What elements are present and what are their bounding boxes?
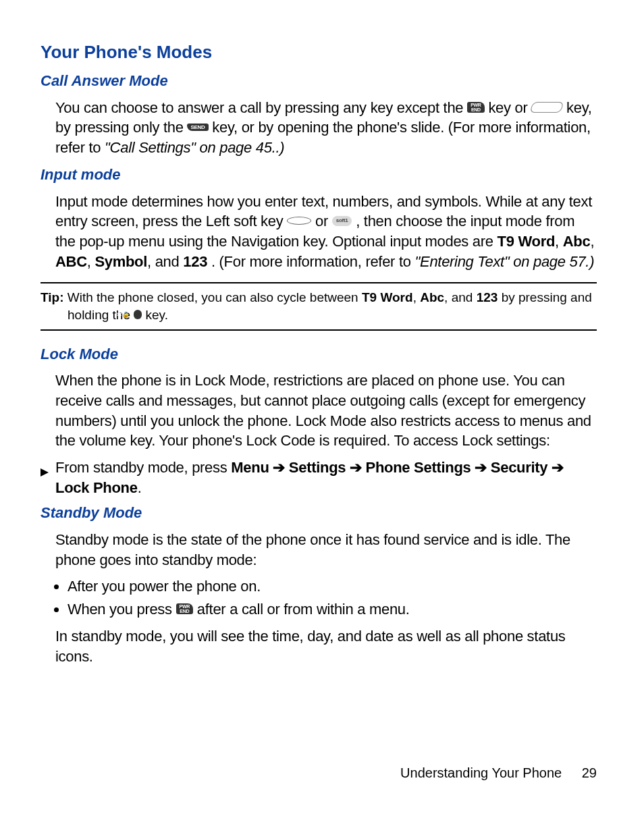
arrow-icon: ➔	[552, 459, 564, 476]
text: after a call or from within a menu.	[197, 601, 410, 618]
mode-t9: T9 Word	[498, 233, 556, 250]
arrow-icon: ➔	[273, 459, 285, 476]
text: ,	[87, 253, 95, 270]
arrow-icon: ➔	[350, 459, 362, 476]
arrow-icon: ➔	[475, 459, 487, 476]
reference-link: "Entering Text"	[415, 253, 510, 270]
tip-box: Tip: With the phone closed, you can also…	[41, 282, 597, 330]
text: key.	[146, 308, 168, 322]
text: .	[138, 479, 142, 496]
para-standby-outro: In standby mode, you will see the time, …	[41, 626, 597, 666]
mode-123: 123	[183, 253, 207, 270]
text: ,	[555, 233, 563, 250]
mode-123: 123	[477, 290, 498, 304]
text: on page 57.)	[513, 253, 594, 270]
menu-label: Menu	[231, 459, 269, 476]
mode-t9: T9 Word	[362, 290, 413, 304]
reference-link: "Call Settings"	[105, 139, 196, 156]
page-footer: Understanding Your Phone 29	[400, 764, 597, 782]
phone-settings-label: Phone Settings	[366, 459, 471, 476]
end-key-icon: PWREND	[176, 603, 193, 614]
mode-abc-upper: ABC	[55, 253, 87, 270]
page-number: 29	[582, 765, 597, 780]
soft1-key-icon: soft1	[332, 216, 352, 226]
list-item: After you power the phone on.	[68, 576, 597, 597]
tip-label: Tip:	[41, 290, 63, 304]
section-heading: Your Phone's Modes	[41, 40, 597, 64]
para-call-answer: You can choose to answer a call by press…	[41, 98, 597, 158]
end-key-icon: PWREND	[467, 102, 484, 113]
mode-abc: Abc	[420, 290, 444, 304]
text: You can choose to answer a call by press…	[55, 99, 467, 116]
text: . (For more information, refer to	[211, 253, 415, 270]
send-key-icon: SEND	[187, 124, 208, 132]
text: , and	[147, 253, 183, 270]
mode-abc-mixed: Abc	[563, 233, 591, 250]
clear-key-icon	[530, 102, 564, 113]
text: ,	[413, 290, 421, 304]
triangle-bullet-icon	[41, 462, 49, 482]
settings-label: Settings	[289, 459, 346, 476]
subhead-standby-mode: Standby Mode	[41, 503, 597, 523]
text: ,	[590, 233, 594, 250]
text: key or	[488, 99, 531, 116]
text: , and	[444, 290, 477, 304]
lock-phone-label: Lock Phone	[55, 479, 138, 496]
subhead-lock-mode: Lock Mode	[41, 344, 597, 364]
text: When you press	[68, 601, 176, 618]
text: From standby mode, press	[55, 459, 231, 476]
text: With the phone closed, you can also cycl…	[68, 290, 362, 304]
para-lock-mode: When the phone is in Lock Mode, restrict…	[41, 371, 597, 451]
left-soft-key-icon	[287, 217, 311, 225]
subhead-call-answer: Call Answer Mode	[41, 71, 597, 91]
security-label: Security	[491, 459, 547, 476]
list-item: When you press PWREND after a call or fr…	[68, 599, 597, 620]
subhead-input-mode: Input mode	[41, 165, 597, 185]
text: or	[315, 213, 332, 229]
mode-symbol: Symbol	[95, 253, 147, 270]
para-input-mode: Input mode determines how you enter text…	[41, 192, 597, 272]
para-standby-intro: Standby mode is the state of the phone o…	[41, 530, 597, 570]
star-key-icon: ✱🔒↑	[134, 310, 142, 320]
svg-marker-0	[41, 468, 49, 477]
standby-list: After you power the phone on. When you p…	[41, 576, 597, 619]
text: on page 45..)	[200, 139, 285, 156]
footer-title: Understanding Your Phone	[400, 765, 562, 780]
step-lock-path: From standby mode, press Menu ➔ Settings…	[41, 458, 597, 497]
